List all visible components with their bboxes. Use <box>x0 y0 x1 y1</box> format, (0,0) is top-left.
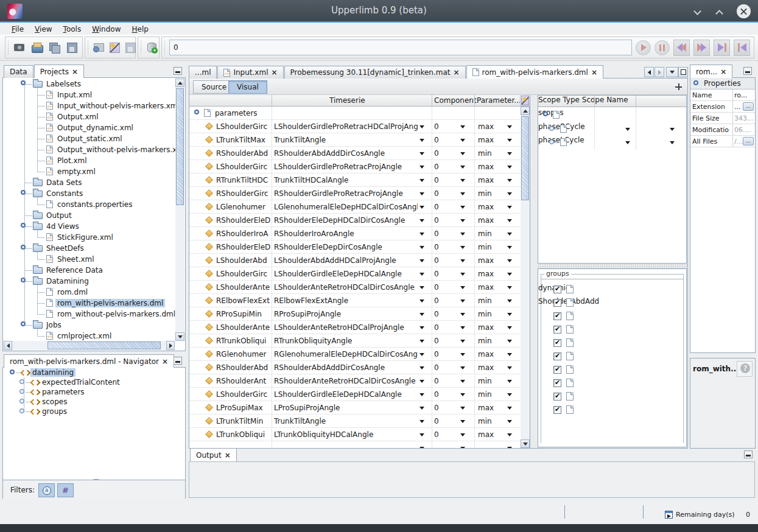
tab-projects[interactable]: Projects× <box>34 65 84 78</box>
dropdown-arrow-icon[interactable] <box>419 380 424 383</box>
expander-knob-icon[interactable] <box>21 190 26 195</box>
titlebar[interactable]: Upperlimb 0.9 (beta) <box>0 0 758 23</box>
group-checkbox[interactable] <box>553 406 561 414</box>
dropdown-arrow-icon[interactable] <box>419 206 424 209</box>
tree-item[interactable]: rom.dml <box>4 287 177 298</box>
parameter-row[interactable]: RGlenohumerRGlenohumeralEleDepHDCalDirCo… <box>189 348 521 361</box>
tree-item[interactable]: Data Sets <box>4 177 177 188</box>
tree-item[interactable]: Output <box>4 210 177 221</box>
parameter-row[interactable]: RShoulderAbdRShoulderAbdAddDirCosAngle0m… <box>189 361 521 374</box>
dropdown-arrow-icon[interactable] <box>460 366 465 369</box>
parameter-row[interactable]: LShoulderGircLShoulderGirdleProRetracPro… <box>189 160 521 173</box>
parameter-row[interactable]: LShoulderAnteLShoulderAnteRetroHDCalDirC… <box>189 281 521 294</box>
scrollbar-thumb[interactable] <box>521 116 529 200</box>
navigator-item[interactable]: parameters <box>4 388 184 397</box>
tree-item[interactable]: Output_without-pelvis-markers.xm <box>4 144 177 155</box>
tree-item[interactable]: StickFigure.xml <box>4 232 177 243</box>
tree-item[interactable]: Plot.xml <box>4 155 177 166</box>
dropdown-arrow-icon[interactable] <box>419 179 424 182</box>
dropdown-arrow-icon[interactable] <box>419 152 424 155</box>
group-checkbox[interactable] <box>553 326 561 334</box>
tree-item[interactable]: constants.properties <box>4 199 177 210</box>
scroll-tabs-left-button[interactable] <box>644 67 654 77</box>
group-row[interactable]: dynamic <box>538 284 681 297</box>
dropdown-arrow-icon[interactable] <box>460 407 465 410</box>
tree-item[interactable]: Constants <box>4 188 177 199</box>
move-icon[interactable] <box>675 83 683 91</box>
dropdown-arrow-icon[interactable] <box>460 246 465 249</box>
dropdown-arrow-icon[interactable] <box>419 192 424 195</box>
expander-knob-icon[interactable] <box>549 126 554 131</box>
tree-item[interactable]: cmlproject.xml <box>4 331 177 341</box>
dropdown-arrow-icon[interactable] <box>507 393 512 396</box>
minimize-properties-button[interactable] <box>743 67 752 75</box>
expander-knob-icon[interactable] <box>19 389 24 394</box>
property-row[interactable]: Modificatio06.... <box>690 124 755 136</box>
tree-item[interactable]: Output_dynamic.xml <box>4 122 177 133</box>
scope-row[interactable]: phaseLCycle <box>538 136 686 149</box>
tree-item[interactable]: Output_static.xml <box>4 133 177 144</box>
tab-properties-file[interactable]: rom...× <box>690 65 732 78</box>
property-row[interactable]: Namero... <box>690 89 755 101</box>
editor-tab-1[interactable]: ...ml <box>189 66 217 79</box>
parameter-row[interactable]: RShoulderEleDRShoulderEleDepDirCosAngle0… <box>189 240 521 254</box>
dropdown-arrow-icon[interactable] <box>460 192 465 195</box>
expander-knob-icon[interactable] <box>21 321 26 326</box>
dropdown-arrow-icon[interactable] <box>507 433 512 436</box>
tree-item[interactable]: rom_with-pelvis-markers.dml <box>4 298 177 309</box>
dropdown-arrow-icon[interactable] <box>419 326 424 329</box>
group-row[interactable] <box>538 364 681 377</box>
maximize-window-button[interactable] <box>712 4 726 19</box>
group-row[interactable] <box>538 351 681 364</box>
dropdown-arrow-icon[interactable] <box>460 139 465 142</box>
group-checkbox[interactable] <box>553 352 561 360</box>
parameter-row[interactable]: RShoulderIroARShoulderIroAroAngle0min <box>189 227 521 240</box>
wizard-icon[interactable] <box>521 96 529 105</box>
dropdown-arrow-icon[interactable] <box>460 326 465 329</box>
dropdown-arrow-icon[interactable] <box>507 407 512 410</box>
splitter-handle[interactable] <box>538 264 687 268</box>
dropdown-arrow-icon[interactable] <box>419 299 424 303</box>
dropdown-arrow-icon[interactable] <box>507 380 512 383</box>
dropdown-arrow-icon[interactable] <box>670 141 675 144</box>
open-project-button[interactable] <box>30 40 44 55</box>
scope-row[interactable]: phaseRCycle <box>538 122 686 136</box>
dropdown-arrow-icon[interactable] <box>507 447 512 448</box>
group-checkbox[interactable] <box>553 285 561 293</box>
group-row[interactable] <box>538 391 681 404</box>
dropdown-arrow-icon[interactable] <box>460 259 465 262</box>
expander-knob-icon[interactable] <box>543 111 548 116</box>
dropdown-arrow-icon[interactable] <box>507 192 512 195</box>
dropdown-arrow-icon[interactable] <box>507 299 512 303</box>
dropdown-arrow-icon[interactable] <box>460 380 465 383</box>
dropdown-arrow-icon[interactable] <box>419 273 424 276</box>
fast-forward-button[interactable] <box>693 40 710 56</box>
expander-knob-icon[interactable] <box>19 379 24 384</box>
parameter-row[interactable]: RShoulderGircRShoulderGirdleProRetracPro… <box>189 187 521 200</box>
menu-help[interactable]: Help <box>126 25 153 33</box>
dropdown-arrow-icon[interactable] <box>507 152 512 155</box>
parameter-row[interactable]: LTrunkTiltMaxTrunkTiltAngle0max <box>189 133 521 147</box>
menu-window[interactable]: Window <box>86 25 126 33</box>
tab-list-dropdown-button[interactable] <box>666 67 678 77</box>
dropdown-arrow-icon[interactable] <box>419 139 424 142</box>
tree-item[interactable]: Input.xml <box>4 89 177 100</box>
dropdown-arrow-icon[interactable] <box>419 313 424 316</box>
save-all-button[interactable] <box>47 40 61 55</box>
navigator-item[interactable]: datamining <box>4 368 184 378</box>
minimize-window-button[interactable] <box>690 4 704 19</box>
dropdown-arrow-icon[interactable] <box>419 340 424 343</box>
parameter-row[interactable]: RTrunkObliquiRTrunkObliquityAngle0min <box>189 334 521 348</box>
tab-data[interactable]: Data <box>4 65 33 78</box>
browse-button[interactable]: ... <box>743 102 754 111</box>
dropdown-arrow-icon[interactable] <box>419 433 424 436</box>
expander-knob-icon[interactable] <box>21 80 26 85</box>
save-button[interactable] <box>65 40 79 55</box>
dropdown-arrow-icon[interactable] <box>460 206 465 209</box>
scroll-up-button[interactable] <box>175 79 184 87</box>
close-icon[interactable]: × <box>72 69 78 75</box>
editor-tab-2[interactable]: Input.xml× <box>217 66 283 79</box>
dropdown-arrow-icon[interactable] <box>460 353 465 356</box>
dropdown-arrow-icon[interactable] <box>625 141 630 144</box>
dropdown-arrow-icon[interactable] <box>419 233 424 236</box>
